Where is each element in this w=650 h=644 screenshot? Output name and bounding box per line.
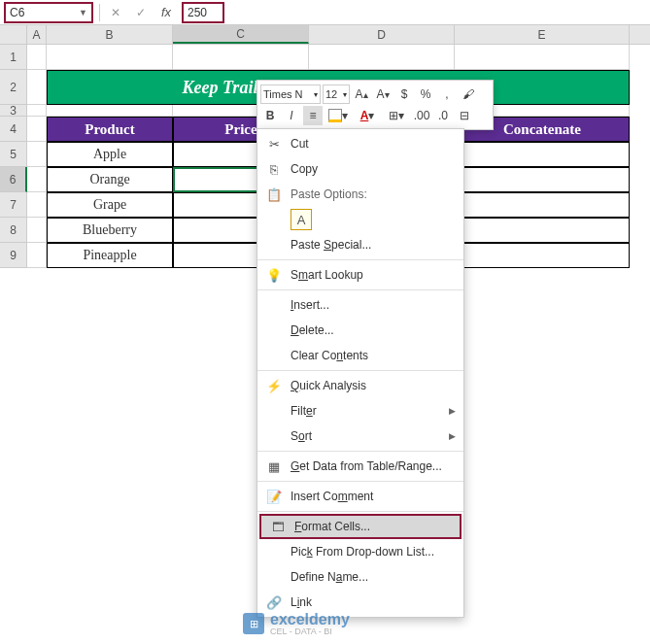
link-icon: 🔗 [265,593,283,611]
italic-icon[interactable]: I [282,106,301,125]
col-header-e[interactable]: E [455,25,630,44]
header-product[interactable]: Product [47,117,173,142]
bold-icon[interactable]: B [260,106,280,125]
cell[interactable] [455,218,630,243]
brand-sub: CEL - DATA - BI [270,627,350,636]
cell[interactable]: Pineapple [47,243,173,268]
select-all-corner[interactable] [0,25,27,44]
formula-bar: C6 ▼ ✕ ✓ fx 250 [0,0,650,25]
row-header[interactable]: 2 [0,70,27,105]
font-color-icon[interactable]: A▾ [354,106,381,125]
cell[interactable]: Grape [47,192,173,218]
cell[interactable] [455,142,630,167]
fx-icon[interactable]: fx [156,3,176,22]
font-selector[interactable]: Times N▾ [260,85,321,104]
formula-input[interactable]: 250 [182,2,224,23]
ctx-clear-contents[interactable]: Clear Contents [257,343,463,368]
ctx-format-cells[interactable]: 🗔Format Cells... [259,514,462,539]
format-painter-icon[interactable]: 🖌 [459,85,478,104]
ctx-sort[interactable]: Sort▶ [257,424,463,449]
ctx-filter[interactable]: Filter▶ [257,398,463,424]
decrease-font-icon[interactable]: A▾ [373,85,393,104]
ctx-pick-list[interactable]: Pick From Drop-down List... [257,539,463,564]
format-cells-icon: 🗔 [269,518,287,535]
merge-icon[interactable]: ⊟ [455,106,474,125]
separator [257,451,463,452]
cell[interactable]: Apple [47,142,173,167]
ctx-paste-options-label: 📋Paste Options: [257,182,463,207]
fill-color-icon[interactable]: ▾ [325,106,352,125]
cell[interactable] [455,167,630,192]
separator [257,370,463,371]
ctx-copy[interactable]: ⎘Copy [257,156,463,182]
lightbulb-icon: 💡 [265,266,283,284]
table-icon: ▦ [265,458,283,475]
col-header-b[interactable]: B [47,25,173,44]
ctx-quick-analysis[interactable]: ⚡Quick Analysis [257,373,463,398]
clipboard-icon: 📋 [265,186,283,203]
cell[interactable]: Orange [47,167,173,192]
chevron-right-icon: ▶ [449,431,456,441]
row-header[interactable]: 7 [0,192,27,218]
currency-icon[interactable]: $ [394,85,414,104]
brand-name: exceldemy [270,611,350,627]
col-header-d[interactable]: D [309,25,455,44]
name-box-value: C6 [10,6,24,19]
separator [257,481,463,482]
ctx-smart-lookup[interactable]: 💡Smart Lookup [257,262,463,288]
ctx-paste-button[interactable]: A [257,207,463,232]
separator [257,511,463,512]
decrease-decimal-icon[interactable]: .0 [433,106,453,125]
cell[interactable] [455,192,630,218]
scissors-icon: ✂ [265,135,283,153]
mini-toolbar: Times N▾ 12▾ A▴ A▾ $ % , 🖌 B I ≡ ▾ A▾ ⊞▾… [257,80,494,130]
ctx-insert-comment[interactable]: 📝Insert Comment [257,484,463,509]
separator [257,289,463,290]
ctx-get-data[interactable]: ▦Get Data from Table/Range... [257,454,463,479]
name-box-dropdown-icon[interactable]: ▼ [79,8,87,17]
separator [257,259,463,260]
formula-value: 250 [188,6,207,19]
watermark: ⊞ exceldemy CEL - DATA - BI [243,611,350,636]
comment-icon: 📝 [265,488,283,505]
font-size-selector[interactable]: 12▾ [323,85,350,104]
increase-decimal-icon[interactable]: .00 [412,106,431,125]
copy-icon: ⎘ [265,160,283,178]
row-headers: 1 2 3 4 5 6 7 8 9 [0,45,27,268]
enter-icon[interactable]: ✓ [131,3,151,22]
row-header[interactable]: 9 [0,243,27,268]
cell[interactable]: Blueberry [47,218,173,243]
separator [99,4,100,21]
row-header[interactable]: 3 [0,105,27,117]
ctx-cut[interactable]: ✂Cut [257,131,463,156]
paste-icon: A [291,209,312,230]
ctx-delete[interactable]: Delete... [257,318,463,343]
increase-font-icon[interactable]: A▴ [352,85,371,104]
cancel-icon[interactable]: ✕ [106,3,125,22]
row-header[interactable]: 6 [0,167,27,192]
name-box[interactable]: C6 ▼ [4,2,93,23]
quick-analysis-icon: ⚡ [265,377,283,394]
col-header-c[interactable]: C [173,25,309,44]
brand-icon: ⊞ [243,613,264,634]
comma-icon[interactable]: , [437,85,457,104]
percent-icon[interactable]: % [416,85,435,104]
row-header[interactable]: 5 [0,142,27,167]
ctx-insert[interactable]: Insert... [257,292,463,318]
chevron-right-icon: ▶ [449,406,456,416]
context-menu: ✂Cut ⎘Copy 📋Paste Options: A Paste Speci… [257,128,464,618]
ctx-define-name[interactable]: Define Name... [257,564,463,590]
row-header[interactable]: 1 [0,45,27,70]
column-headers: A B C D E [0,25,650,45]
borders-icon[interactable]: ⊞▾ [383,106,410,125]
col-header-a[interactable]: A [27,25,47,44]
ctx-paste-special[interactable]: Paste Special... [257,232,463,257]
row-header[interactable]: 8 [0,218,27,243]
cell[interactable] [455,243,630,268]
row-header[interactable]: 4 [0,117,27,142]
align-center-icon[interactable]: ≡ [303,106,323,125]
